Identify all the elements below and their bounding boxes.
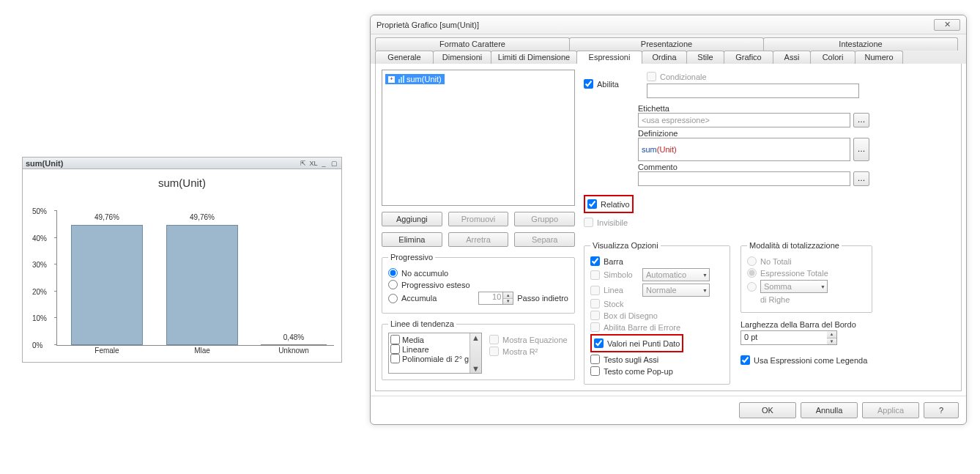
dialog-titlebar[interactable]: Proprietà Grafico [sum(Unit)] ✕ bbox=[371, 15, 966, 34]
bar-chart-icon bbox=[398, 75, 404, 83]
passo-indietro-input[interactable]: 10 bbox=[478, 292, 503, 305]
bar[interactable]: 49,76% Female bbox=[70, 225, 144, 345]
annulla-button[interactable]: Annulla bbox=[801, 402, 858, 418]
somma-select[interactable]: Somma▼ bbox=[760, 280, 828, 293]
somma-radio[interactable] bbox=[747, 282, 757, 292]
y-tick: 0% bbox=[32, 341, 42, 349]
separa-button[interactable]: Separa bbox=[514, 232, 575, 247]
tab-generale[interactable]: Generale bbox=[375, 51, 434, 64]
testo-popup-checkbox[interactable] bbox=[590, 366, 600, 376]
commento-edit-button[interactable]: … bbox=[853, 171, 869, 186]
minimize-icon[interactable]: _ bbox=[319, 159, 328, 168]
mostra-equazione-checkbox[interactable] bbox=[489, 335, 499, 344]
tab-stile[interactable]: Stile bbox=[686, 51, 724, 64]
x-tick-label: Mlae bbox=[166, 347, 239, 355]
bar-value-label: 49,76% bbox=[70, 213, 144, 221]
linea-select[interactable]: Normale▼ bbox=[642, 284, 710, 297]
applica-button[interactable]: Applica bbox=[862, 402, 919, 418]
visualizza-opzioni-group: Visualizza Opzioni Barra SimboloAutomati… bbox=[584, 241, 730, 385]
tab-assi[interactable]: Assi bbox=[773, 51, 811, 64]
progressivo-legend: Progressivo bbox=[388, 253, 435, 262]
tab-ordina[interactable]: Ordina bbox=[642, 51, 687, 64]
progressivo-esteso-radio[interactable] bbox=[388, 280, 398, 289]
expression-tree[interactable]: + sum(Unit) bbox=[382, 70, 575, 206]
etichetta-input[interactable]: <usa espressione> bbox=[638, 113, 850, 127]
mostra-r2-checkbox[interactable] bbox=[489, 347, 499, 356]
modalita-totalizzazione-group: Modalità di totalizzazione No Totali Esp… bbox=[740, 241, 872, 313]
arretra-button[interactable]: Arretra bbox=[448, 232, 509, 247]
simbolo-checkbox[interactable] bbox=[590, 270, 600, 280]
progressivo-group: Progressivo No accumulo Progressivo este… bbox=[382, 253, 575, 314]
box-disegno-checkbox[interactable] bbox=[590, 311, 600, 320]
linee-tendenza-group: Linee di tendenza Media Lineare Polinomi… bbox=[382, 319, 575, 380]
abilita-checkbox[interactable] bbox=[584, 79, 593, 89]
expression-tree-item-label: sum(Unit) bbox=[407, 75, 442, 84]
trend-media-checkbox[interactable] bbox=[390, 335, 400, 344]
espressione-totale-radio[interactable] bbox=[747, 268, 757, 278]
stock-checkbox[interactable] bbox=[590, 299, 600, 308]
trend-lineare-checkbox[interactable] bbox=[390, 344, 400, 354]
detach-icon[interactable]: ⇱ bbox=[299, 159, 308, 168]
tab-intestazione[interactable]: Intestazione bbox=[763, 37, 958, 51]
expand-icon[interactable]: + bbox=[388, 76, 395, 83]
testo-assi-checkbox[interactable] bbox=[590, 355, 600, 364]
scrollbar[interactable]: ▲▼ bbox=[469, 333, 481, 373]
trend-polinomiale-checkbox[interactable] bbox=[390, 354, 400, 363]
invisibile-checkbox[interactable] bbox=[584, 218, 593, 227]
definizione-label: Definizione bbox=[638, 129, 955, 138]
y-tick: 20% bbox=[32, 287, 47, 295]
x-tick-label: Unknown bbox=[261, 347, 327, 355]
tab-espressioni[interactable]: Espressioni bbox=[576, 51, 642, 64]
gruppo-button[interactable]: Gruppo bbox=[514, 212, 575, 226]
definizione-input[interactable]: sum(Unit) bbox=[638, 138, 850, 161]
barra-checkbox[interactable] bbox=[590, 256, 600, 266]
relativo-highlight: Relativo bbox=[584, 195, 634, 213]
larghezza-barra-input[interactable]: 0 pt bbox=[740, 330, 827, 345]
y-tick: 50% bbox=[32, 207, 47, 215]
tab-limiti-dimensione[interactable]: Limiti di Dimensione bbox=[491, 51, 577, 64]
chart-title: sum(Unit) bbox=[30, 177, 334, 189]
valori-punti-dato-checkbox[interactable] bbox=[594, 338, 604, 348]
larghezza-barra-label: Larghezza della Barra del Bordo bbox=[740, 320, 872, 329]
trend-list[interactable]: Media Lineare Polinomiale di 2° gra ▲▼ bbox=[388, 333, 482, 374]
expression-tree-item: + sum(Unit) bbox=[385, 74, 445, 84]
y-tick: 30% bbox=[32, 261, 47, 269]
promuovi-button[interactable]: Promuovi bbox=[448, 212, 509, 226]
condizionale-checkbox[interactable] bbox=[647, 72, 656, 81]
usa-espressioni-legenda-checkbox[interactable] bbox=[740, 355, 750, 365]
linea-checkbox[interactable] bbox=[590, 286, 600, 295]
bar[interactable]: 49,76% Mlae bbox=[166, 225, 239, 345]
properties-dialog: Proprietà Grafico [sum(Unit)] ✕ Formato … bbox=[370, 15, 967, 425]
tab-presentazione[interactable]: Presentazione bbox=[569, 37, 764, 51]
ok-button[interactable]: OK bbox=[739, 402, 796, 418]
barre-errore-checkbox[interactable] bbox=[590, 322, 600, 332]
passo-indietro-spinner[interactable]: ▲▼ bbox=[503, 292, 513, 305]
y-tick: 40% bbox=[32, 234, 47, 242]
definizione-edit-button[interactable]: … bbox=[853, 138, 869, 161]
no-totali-radio[interactable] bbox=[747, 256, 757, 266]
x-tick-label: Female bbox=[70, 347, 144, 355]
etichetta-label: Etichetta bbox=[638, 104, 955, 113]
chart-toolbar[interactable]: sum(Unit) ⇱ XL _ ▢ bbox=[23, 158, 341, 169]
etichetta-edit-button[interactable]: … bbox=[853, 113, 869, 127]
chart-toolbar-title: sum(Unit) bbox=[26, 159, 63, 168]
larghezza-barra-spinner[interactable]: ▲▼ bbox=[827, 330, 837, 345]
tab-colori[interactable]: Colori bbox=[810, 51, 855, 64]
simbolo-select[interactable]: Automatico▼ bbox=[642, 268, 710, 281]
condizionale-input[interactable] bbox=[647, 84, 859, 98]
relativo-checkbox[interactable] bbox=[587, 199, 597, 209]
close-icon[interactable]: ✕ bbox=[934, 19, 960, 31]
elimina-button[interactable]: Elimina bbox=[382, 232, 442, 247]
no-accumulo-radio[interactable] bbox=[388, 268, 398, 278]
tab-dimensioni[interactable]: Dimensioni bbox=[433, 51, 491, 64]
help-button[interactable]: ? bbox=[924, 402, 959, 418]
accumula-radio[interactable] bbox=[388, 294, 398, 303]
tab-numero[interactable]: Numero bbox=[855, 51, 903, 64]
aggiungi-button[interactable]: Aggiungi bbox=[382, 212, 442, 226]
tab-grafico[interactable]: Grafico bbox=[724, 51, 773, 64]
bar-value-label: 49,76% bbox=[166, 213, 239, 221]
commento-input[interactable] bbox=[638, 171, 850, 186]
maximize-icon[interactable]: ▢ bbox=[330, 159, 338, 168]
tab-formato-carattere[interactable]: Formato Carattere bbox=[375, 37, 570, 51]
xl-icon[interactable]: XL bbox=[309, 159, 318, 168]
